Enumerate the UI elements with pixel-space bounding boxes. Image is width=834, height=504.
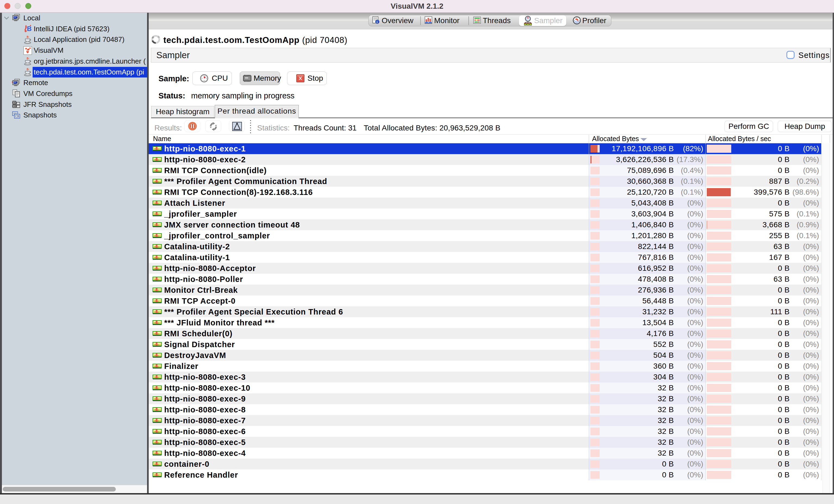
svg-text:B: B (27, 25, 31, 32)
